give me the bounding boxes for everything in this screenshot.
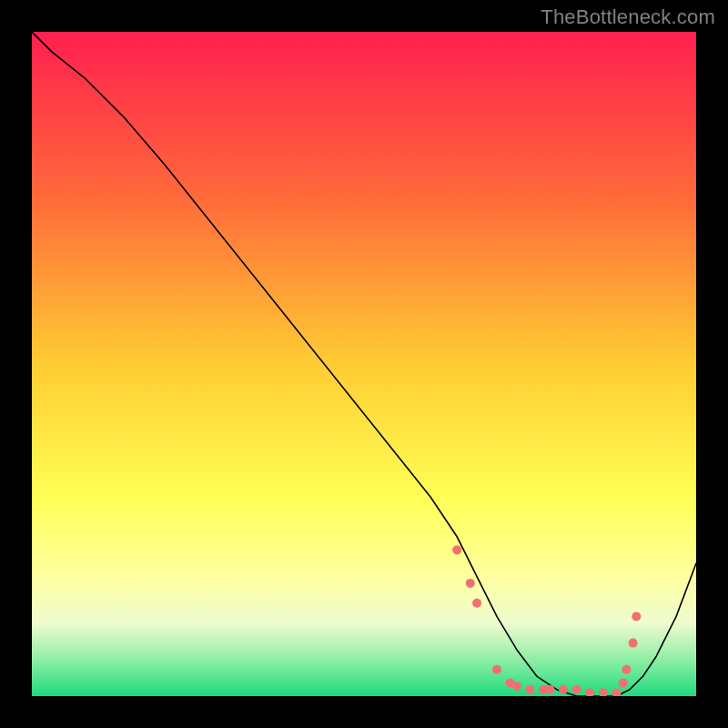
marker-dot xyxy=(572,685,581,694)
marker-dot xyxy=(492,665,501,674)
marker-dot xyxy=(526,685,535,694)
marker-dot xyxy=(472,599,481,608)
marker-dot xyxy=(545,685,554,694)
chart-svg xyxy=(32,32,696,696)
marker-dot xyxy=(559,685,568,694)
marker-dot xyxy=(619,678,628,687)
gradient-background xyxy=(32,32,696,696)
plot-area xyxy=(32,32,696,696)
marker-dot xyxy=(629,639,638,648)
marker-dot xyxy=(466,579,475,588)
marker-dot xyxy=(632,612,641,621)
chart-frame: TheBottleneck.com xyxy=(0,0,728,728)
marker-dot xyxy=(512,682,521,691)
watermark-label: TheBottleneck.com xyxy=(541,5,715,29)
marker-dot xyxy=(622,665,631,674)
marker-dot xyxy=(452,545,461,554)
